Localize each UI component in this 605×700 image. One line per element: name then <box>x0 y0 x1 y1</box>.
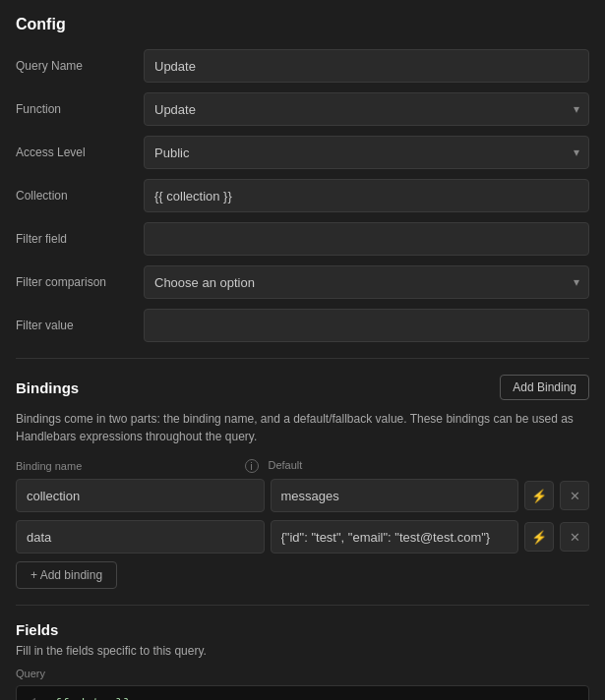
delete-binding-button-1[interactable]: ✕ <box>560 481 589 510</box>
binding-row: ⚡ ✕ <box>16 520 589 554</box>
filter-field-row: Filter field <box>16 222 589 256</box>
binding-name-col-label: Binding name <box>16 460 241 472</box>
query-label: Query <box>16 668 589 679</box>
divider-2 <box>16 605 589 606</box>
binding-row: ⚡ ✕ <box>16 479 589 512</box>
access-level-select-wrapper: Public ▾ <box>144 136 589 169</box>
code-block[interactable]: 1 {{ data }} <box>16 685 589 700</box>
bindings-title: Bindings <box>16 379 79 396</box>
function-label: Function <box>16 102 144 116</box>
function-select-wrapper: Update ▾ <box>144 92 589 126</box>
code-content: {{ data }} <box>54 696 131 700</box>
delete-binding-button-2[interactable]: ✕ <box>560 522 589 552</box>
query-name-label: Query Name <box>16 59 144 73</box>
code-highlight: {{ data }} <box>54 696 131 700</box>
binding-default-input-1[interactable] <box>271 479 519 512</box>
bindings-description: Bindings come in two parts: the binding … <box>16 410 589 445</box>
filter-value-label: Filter value <box>16 319 144 332</box>
query-name-input[interactable] <box>144 49 589 83</box>
function-select[interactable]: Update <box>144 92 589 126</box>
filter-comparison-select-wrapper: Choose an option ▾ <box>144 265 589 299</box>
binding-cols-header: Binding name i Default <box>16 459 589 473</box>
access-level-row: Access Level Public ▾ <box>16 136 589 169</box>
config-title: Config <box>16 16 589 33</box>
fields-title: Fields <box>16 621 589 638</box>
default-col-label: Default <box>269 459 512 473</box>
divider-1 <box>16 358 589 359</box>
collection-label: Collection <box>16 189 144 203</box>
collection-input[interactable] <box>144 179 589 212</box>
bindings-header: Bindings Add Binding <box>16 375 589 400</box>
filter-field-input[interactable] <box>144 222 589 256</box>
filter-field-label: Filter field <box>16 232 144 246</box>
function-row: Function Update ▾ <box>16 92 589 126</box>
info-icon: i <box>245 459 259 473</box>
lightning-button-1[interactable]: ⚡ <box>524 481 554 510</box>
binding-name-input-2[interactable] <box>16 520 265 554</box>
filter-value-input[interactable] <box>144 309 589 342</box>
binding-default-input-2[interactable] <box>271 520 519 554</box>
filter-comparison-row: Filter comparison Choose an option ▾ <box>16 265 589 299</box>
query-name-row: Query Name <box>16 49 589 83</box>
filter-comparison-label: Filter comparison <box>16 275 144 289</box>
add-binding-button[interactable]: Add Binding <box>500 375 589 400</box>
code-line-number: 1 <box>30 696 42 700</box>
lightning-button-2[interactable]: ⚡ <box>524 522 554 552</box>
filter-comparison-select[interactable]: Choose an option <box>144 265 589 299</box>
fields-description: Fill in the fields specific to this quer… <box>16 644 589 658</box>
access-level-select[interactable]: Public <box>144 136 589 169</box>
fields-section: Fields Fill in the fields specific to th… <box>16 621 589 700</box>
collection-row: Collection <box>16 179 589 212</box>
access-level-label: Access Level <box>16 146 144 159</box>
binding-name-input-1[interactable] <box>16 479 265 512</box>
filter-value-row: Filter value <box>16 309 589 342</box>
add-binding-row-button[interactable]: + Add binding <box>16 561 117 589</box>
page-container: Config Query Name Function Update ▾ Acce… <box>0 0 605 700</box>
